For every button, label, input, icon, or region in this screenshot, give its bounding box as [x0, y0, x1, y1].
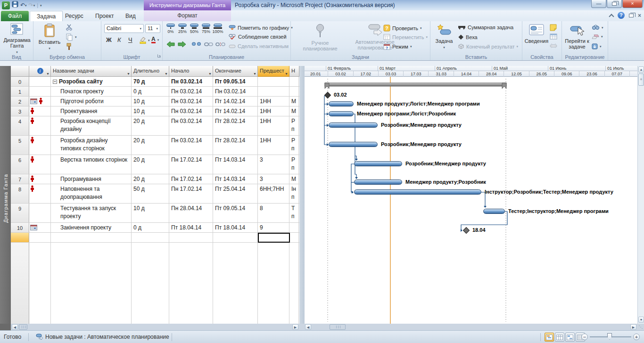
cell-start[interactable]: Пн 03.02.14 — [169, 136, 213, 155]
cell-ind[interactable] — [29, 204, 51, 222]
tab-view[interactable]: Вид — [119, 11, 142, 21]
cell-start[interactable]: Пн 03.02.14 — [169, 87, 213, 96]
italic-button[interactable]: К — [117, 36, 126, 43]
cell-start[interactable]: Пн 17.02.14 — [169, 184, 213, 203]
inspect-task-button[interactable]: ?Проверить▾ — [383, 24, 422, 32]
cell-fin[interactable]: Пт 28.02.14 — [213, 136, 258, 155]
cell-num[interactable]: 3 — [11, 106, 29, 116]
cell-fin[interactable]: Пт 14.03.14 — [213, 174, 258, 184]
task-bar[interactable] — [354, 180, 402, 185]
restore-button[interactable] — [607, 0, 622, 8]
cell-res[interactable] — [289, 87, 299, 96]
cell-name[interactable]: Програмування — [51, 174, 132, 184]
tab-resource[interactable]: Ресурс — [58, 11, 90, 21]
cell-name[interactable] — [51, 233, 132, 242]
cell-dur[interactable]: 20 д — [132, 136, 169, 155]
insert-deliverable-button[interactable]: Конечный результат▾ — [458, 43, 518, 49]
cell-ind[interactable] — [29, 106, 51, 116]
cell-name[interactable]: Підготочі роботи — [51, 97, 132, 106]
cell-dur[interactable]: 0 д — [132, 223, 169, 232]
cell-pred[interactable]: 8 — [258, 204, 289, 222]
gantt-chart-view-button[interactable]: Диаграмма Ганта▾ — [3, 23, 31, 55]
cell-ind[interactable] — [29, 97, 51, 106]
cell-start[interactable]: Пт 18.04.14 — [169, 223, 213, 232]
cell-fin[interactable]: Пт 25.04.14 — [213, 184, 258, 203]
scroll-up-icon[interactable]: ▲ — [638, 66, 644, 73]
zoom-out-icon[interactable]: − — [581, 334, 588, 340]
header-task-name[interactable]: Название задачи▼ — [51, 66, 132, 77]
link-tasks-button[interactable] — [204, 42, 213, 47]
cell-num[interactable]: 10 — [11, 223, 29, 232]
task-bar[interactable] — [329, 101, 354, 106]
table-row[interactable]: 3Проектування10 дПн 03.02.14Пт 14.02.141… — [11, 106, 299, 116]
doc-restore-icon[interactable] — [629, 14, 634, 17]
cell-res[interactable] — [289, 77, 299, 86]
table-row[interactable]: 6Верстка типових сторінок20 дПн 17.02.14… — [11, 155, 299, 174]
cell-num[interactable]: 4 — [11, 116, 29, 135]
vertical-scroll-thumb[interactable]: ≡ — [638, 74, 644, 86]
cell-pred[interactable]: 1НН — [258, 97, 289, 106]
chart-scroll-left-icon[interactable]: ◀ — [305, 324, 311, 330]
view-gantt-button[interactable] — [545, 333, 554, 342]
header-predecessors[interactable]: Предшест▼ — [258, 66, 289, 77]
milestone-diamond[interactable] — [324, 92, 330, 98]
redo-button[interactable]: ↷▾ — [29, 1, 35, 9]
cell-start[interactable]: Пн 03.02.14 — [169, 97, 213, 106]
cell-res[interactable]: Р п — [289, 136, 299, 155]
cell-num[interactable]: 8 — [11, 184, 29, 203]
cell-pred[interactable] — [258, 77, 289, 86]
paste-button[interactable]: Вставить▾ — [37, 23, 62, 51]
task-bar[interactable] — [483, 209, 505, 214]
customize-qat-icon[interactable]: ▾ — [40, 1, 42, 9]
cell-dur[interactable]: 70 д — [132, 77, 169, 86]
cell-fin[interactable] — [213, 233, 258, 242]
cell-num[interactable]: 5 — [11, 136, 29, 155]
percent-0%-button[interactable]: 0% — [165, 24, 176, 34]
cell-ind[interactable] — [29, 223, 51, 232]
cell-num[interactable]: 1 — [11, 87, 29, 96]
table-row[interactable]: 5Розробка дизайну типових сторінок20 дПн… — [11, 136, 299, 155]
table-row[interactable]: 9Тестування та запуск проекту10 дПн 28.0… — [11, 204, 299, 223]
cell-fin[interactable]: Пн 03.02.14 — [213, 87, 258, 96]
collapse-icon[interactable]: − — [53, 80, 57, 84]
add-to-timeline-icon[interactable] — [550, 43, 557, 49]
cell-name[interactable]: Проектування — [51, 106, 132, 116]
table-row[interactable]: 2Підготочі роботи10 дПн 03.02.14Пт 14.02… — [11, 97, 299, 106]
cell-name[interactable]: Початок проекту — [51, 87, 132, 96]
cell-pred[interactable]: 1НН — [258, 136, 289, 155]
table-row[interactable]: 7Програмування20 дПн 17.02.14Пт 14.03.14… — [11, 174, 299, 184]
cell-name[interactable]: Тестування та запуск проекту — [51, 204, 132, 222]
cell-fin[interactable]: Пт 09.05.14 — [213, 204, 258, 222]
percent-50%-button[interactable]: 50% — [189, 24, 200, 34]
indent-task-button[interactable] — [178, 41, 186, 48]
cell-start[interactable] — [169, 233, 213, 242]
cell-name[interactable]: Верстка типових сторінок — [51, 155, 132, 174]
cell-res[interactable]: Ін п — [289, 184, 299, 203]
vertical-scrollbar[interactable]: ▲ ≡ ▼ — [637, 66, 644, 324]
cell-dur[interactable]: 10 д — [132, 204, 169, 222]
cell-dur[interactable]: 10 д — [132, 106, 169, 116]
clear-icon[interactable]: ▾ — [592, 34, 603, 40]
cell-ind[interactable] — [29, 116, 51, 135]
cell-start[interactable]: Пн 03.02.14 — [169, 106, 213, 116]
cell-pred[interactable]: 1НН — [258, 106, 289, 116]
format-painter-button[interactable] — [66, 43, 72, 50]
cell-res[interactable] — [289, 233, 299, 242]
tab-format[interactable]: Формат — [144, 10, 231, 21]
font-size-select[interactable]: 11▾ — [145, 24, 160, 33]
cell-pred[interactable]: 6НН;7НН — [258, 184, 289, 203]
cell-res[interactable]: Р п — [289, 116, 299, 135]
font-family-select[interactable]: Calibri▾ — [104, 24, 144, 33]
zoom-slider-thumb[interactable] — [607, 333, 612, 340]
cell-fin[interactable]: Пт 14.02.14 — [213, 97, 258, 106]
cell-pred[interactable]: 1НН — [258, 116, 289, 135]
cell-res[interactable]: М — [289, 174, 299, 184]
task-mode-button[interactable]: ?Режим▾ — [383, 43, 412, 50]
cell-fin[interactable]: Пт 09.05.14 — [213, 77, 258, 86]
app-logo-icon[interactable]: P — [2, 1, 10, 9]
cell-dur[interactable]: 20 д — [132, 174, 169, 184]
cell-name[interactable]: Наповнення та доопрацювання — [51, 184, 132, 203]
cell-fin[interactable]: Пт 28.02.14 — [213, 116, 258, 135]
task-details-button[interactable]: Сведения — [524, 23, 549, 44]
cell-fin[interactable]: Пт 14.02.14 — [213, 106, 258, 116]
